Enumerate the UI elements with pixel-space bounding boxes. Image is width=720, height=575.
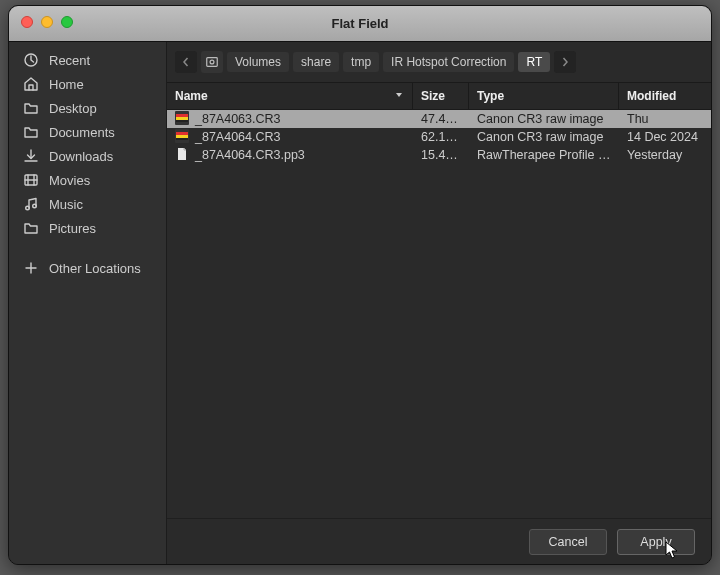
download-icon xyxy=(23,148,39,164)
nav-back-button[interactable] xyxy=(175,51,197,73)
sidebar-item-home[interactable]: Home xyxy=(9,72,166,96)
titlebar: Flat Field xyxy=(9,6,711,42)
file-type: Canon CR3 raw image xyxy=(469,112,619,126)
column-header-name[interactable]: Name xyxy=(167,83,413,109)
file-type: RawTherapee Profile Data xyxy=(469,148,619,162)
sidebar-item-music[interactable]: Music xyxy=(9,192,166,216)
file-icon xyxy=(175,147,189,164)
sidebar-item-label: Music xyxy=(49,197,83,212)
window-title: Flat Field xyxy=(331,16,388,31)
file-icon xyxy=(175,111,189,128)
sidebar: RecentHomeDesktopDocumentsDownloadsMovie… xyxy=(9,42,167,564)
svg-rect-11 xyxy=(176,132,188,135)
path-toolbar: VolumessharetmpIR Hotspot CorrectionRT xyxy=(167,42,711,82)
file-table: Name Size Type Modified _87A4 xyxy=(167,82,711,518)
table-row[interactable]: _87A4064.CR3.pp315.4 kBRawTherapee Profi… xyxy=(167,146,711,164)
column-header-size[interactable]: Size xyxy=(413,83,469,109)
svg-point-2 xyxy=(26,206,30,210)
svg-rect-4 xyxy=(207,58,218,67)
path-segment[interactable]: tmp xyxy=(343,52,379,72)
film-icon xyxy=(23,172,39,188)
sidebar-item-label: Documents xyxy=(49,125,115,140)
file-name: _87A4064.CR3 xyxy=(195,130,280,144)
close-window-button[interactable] xyxy=(21,16,33,28)
sidebar-item-label: Pictures xyxy=(49,221,96,236)
sort-indicator-icon xyxy=(394,89,404,103)
sidebar-item-label: Home xyxy=(49,77,84,92)
svg-point-5 xyxy=(210,60,214,64)
file-size: 62.1 MB xyxy=(413,130,469,144)
sidebar-item-label: Movies xyxy=(49,173,90,188)
table-row[interactable]: _87A4064.CR362.1 MBCanon CR3 raw image14… xyxy=(167,128,711,146)
folder-icon xyxy=(23,100,39,116)
dialog-footer: Cancel Apply xyxy=(167,518,711,564)
button-label: Cancel xyxy=(549,535,588,549)
file-icon xyxy=(175,129,189,146)
plus-icon xyxy=(23,260,39,276)
sidebar-item-label: Downloads xyxy=(49,149,113,164)
clock-icon xyxy=(23,52,39,68)
content-pane: VolumessharetmpIR Hotspot CorrectionRT N… xyxy=(167,42,711,564)
folder-icon xyxy=(23,124,39,140)
nav-forward-button[interactable] xyxy=(554,51,576,73)
file-modified: Yesterday xyxy=(619,148,711,162)
file-name: _87A4064.CR3.pp3 xyxy=(195,148,305,162)
column-label: Type xyxy=(477,89,504,103)
column-label: Size xyxy=(421,89,445,103)
table-header: Name Size Type Modified xyxy=(167,82,711,110)
cancel-button[interactable]: Cancel xyxy=(529,529,607,555)
svg-rect-13 xyxy=(176,138,188,140)
svg-rect-12 xyxy=(176,135,188,138)
file-modified: 14 Dec 2024 xyxy=(619,130,711,144)
file-modified: Thu xyxy=(619,112,711,126)
column-header-modified[interactable]: Modified xyxy=(619,83,711,109)
dialog-body: RecentHomeDesktopDocumentsDownloadsMovie… xyxy=(9,42,711,564)
table-row[interactable]: _87A4063.CR347.4 MBCanon CR3 raw imageTh… xyxy=(167,110,711,128)
path-segment[interactable]: IR Hotspot Correction xyxy=(383,52,514,72)
sidebar-item-documents[interactable]: Documents xyxy=(9,120,166,144)
apply-button[interactable]: Apply xyxy=(617,529,695,555)
file-size: 15.4 kB xyxy=(413,148,469,162)
sidebar-item-label: Desktop xyxy=(49,101,97,116)
maximize-window-button[interactable] xyxy=(61,16,73,28)
sidebar-item-label: Other Locations xyxy=(49,261,141,276)
file-rows: _87A4063.CR347.4 MBCanon CR3 raw imageTh… xyxy=(167,110,711,164)
music-icon xyxy=(23,196,39,212)
sidebar-item-pictures[interactable]: Pictures xyxy=(9,216,166,240)
minimize-window-button[interactable] xyxy=(41,16,53,28)
column-label: Name xyxy=(175,89,208,103)
column-header-type[interactable]: Type xyxy=(469,83,619,109)
file-type: Canon CR3 raw image xyxy=(469,130,619,144)
path-segment[interactable]: share xyxy=(293,52,339,72)
file-size: 47.4 MB xyxy=(413,112,469,126)
sidebar-item-label: Recent xyxy=(49,53,90,68)
folder-icon xyxy=(23,220,39,236)
file-dialog-window: Flat Field RecentHomeDesktopDocumentsDow… xyxy=(8,5,712,565)
file-name: _87A4063.CR3 xyxy=(195,112,280,126)
column-label: Modified xyxy=(627,89,676,103)
disk-icon[interactable] xyxy=(201,51,223,73)
sidebar-item-desktop[interactable]: Desktop xyxy=(9,96,166,120)
button-label: Apply xyxy=(640,535,671,549)
svg-point-3 xyxy=(33,204,37,208)
sidebar-item-other-locations[interactable]: Other Locations xyxy=(9,256,166,280)
svg-rect-7 xyxy=(176,114,188,117)
home-icon xyxy=(23,76,39,92)
path-segment[interactable]: RT xyxy=(518,52,550,72)
window-controls xyxy=(21,16,73,28)
sidebar-item-movies[interactable]: Movies xyxy=(9,168,166,192)
sidebar-item-downloads[interactable]: Downloads xyxy=(9,144,166,168)
sidebar-item-recent[interactable]: Recent xyxy=(9,48,166,72)
svg-rect-8 xyxy=(176,117,188,120)
path-segment[interactable]: Volumes xyxy=(227,52,289,72)
svg-rect-9 xyxy=(176,120,188,122)
